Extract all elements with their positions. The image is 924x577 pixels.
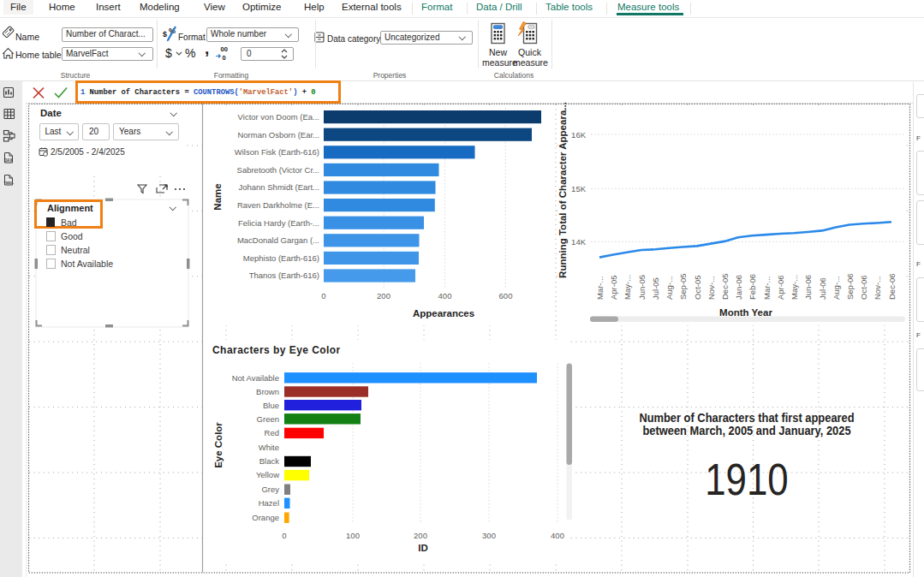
- svg-text:Aug-...: Aug-...: [665, 276, 674, 300]
- svg-text:00: 00: [221, 45, 228, 53]
- svg-text:0: 0: [223, 54, 226, 62]
- svg-text:400: 400: [551, 531, 564, 540]
- svg-text:Johann Shmidt (Eart...: Johann Shmidt (Eart...: [238, 182, 319, 192]
- svg-text:MacDonald Gargan (...: MacDonald Gargan (...: [237, 235, 319, 245]
- svg-text:Jan-06: Jan-06: [734, 275, 743, 300]
- svg-text:200: 200: [377, 291, 390, 300]
- svg-text:Nov-...: Nov-...: [706, 276, 716, 300]
- svg-text:0: 0: [321, 291, 325, 300]
- svg-text:Jun-06: Jun-06: [803, 275, 813, 300]
- svg-text:Not Available: Not Available: [232, 373, 279, 383]
- svg-text:Hazel: Hazel: [259, 498, 279, 508]
- svg-text:,: ,: [205, 39, 209, 57]
- svg-text:Blue: Blue: [263, 401, 279, 410]
- svg-text:Month Year: Month Year: [719, 307, 772, 318]
- svg-text:Feb-06: Feb-06: [748, 274, 757, 300]
- svg-text:Mar-...: Mar-...: [595, 277, 605, 300]
- svg-text:Characters by Eye Color: Characters by Eye Color: [212, 344, 341, 356]
- svg-text:Yellow: Yellow: [256, 470, 279, 479]
- svg-text:Black: Black: [259, 456, 279, 466]
- svg-text:ID: ID: [418, 543, 428, 553]
- svg-text:Green: Green: [257, 414, 279, 424]
- svg-text:%: %: [185, 46, 195, 60]
- svg-text:Norman Osborn (Ear...: Norman Osborn (Ear...: [237, 130, 319, 140]
- svg-text:300: 300: [482, 531, 496, 540]
- svg-text:Dec-05: Dec-05: [720, 273, 730, 300]
- svg-text:600: 600: [499, 291, 513, 300]
- svg-text:Sep-06: Sep-06: [845, 273, 855, 300]
- svg-text:Brown: Brown: [256, 387, 279, 396]
- svg-text:Mar-...: Mar-...: [762, 277, 772, 300]
- svg-text:14K: 14K: [571, 237, 587, 247]
- svg-text:May-...: May-...: [623, 275, 632, 300]
- svg-text:16K: 16K: [571, 130, 587, 140]
- svg-text:Felicia Hardy (Earth-...: Felicia Hardy (Earth-...: [238, 218, 319, 228]
- svg-text:Oct-05: Oct-05: [693, 275, 702, 300]
- svg-text:400: 400: [438, 291, 452, 300]
- svg-text:Running Total of Character App: Running Total of Character Appeara...: [557, 102, 568, 278]
- svg-text:Appearances: Appearances: [413, 308, 474, 318]
- svg-text:200: 200: [414, 531, 427, 540]
- svg-text:Thanos (Earth-616): Thanos (Earth-616): [249, 271, 319, 280]
- svg-text:100: 100: [346, 531, 360, 540]
- svg-text:Red: Red: [265, 428, 279, 437]
- svg-text:$: $: [165, 46, 172, 60]
- svg-text:Sep-05: Sep-05: [678, 273, 688, 300]
- svg-text:Wilson Fisk (Earth-616): Wilson Fisk (Earth-616): [235, 147, 319, 157]
- svg-text:$: $: [163, 30, 167, 39]
- svg-text:Sabretooth (Victor Cr...: Sabretooth (Victor Cr...: [237, 165, 319, 175]
- svg-text:Nov-...: Nov-...: [873, 276, 882, 300]
- svg-text:Orange: Orange: [252, 513, 279, 522]
- svg-text:Jul-05: Jul-05: [651, 277, 660, 300]
- svg-text:Victor von Doom (Ea...: Victor von Doom (Ea...: [238, 112, 319, 122]
- svg-text:White: White: [259, 443, 279, 452]
- svg-text:Aug-...: Aug-...: [832, 276, 841, 300]
- svg-text:Apr-06: Apr-06: [776, 275, 785, 300]
- svg-text:0: 0: [282, 531, 286, 540]
- svg-text:Apr-05: Apr-05: [609, 275, 618, 300]
- svg-text:TMDL: TMDL: [3, 181, 14, 185]
- svg-text:Jun-05: Jun-05: [637, 275, 647, 300]
- svg-text:DAX: DAX: [4, 158, 14, 163]
- svg-text:15K: 15K: [571, 184, 587, 193]
- svg-text:Eye Color: Eye Color: [213, 422, 224, 468]
- svg-text:May-...: May-...: [790, 275, 799, 300]
- svg-text:Grey: Grey: [261, 485, 279, 494]
- svg-text:Mephisto (Earth-616): Mephisto (Earth-616): [243, 253, 319, 263]
- svg-text:Jul-06: Jul-06: [818, 277, 827, 300]
- svg-text:Raven Darkholme (E...: Raven Darkholme (E...: [237, 200, 319, 210]
- svg-text:Oct-06: Oct-06: [859, 275, 868, 300]
- svg-text:Dec-06: Dec-06: [887, 273, 897, 300]
- svg-text:Name: Name: [212, 183, 223, 210]
